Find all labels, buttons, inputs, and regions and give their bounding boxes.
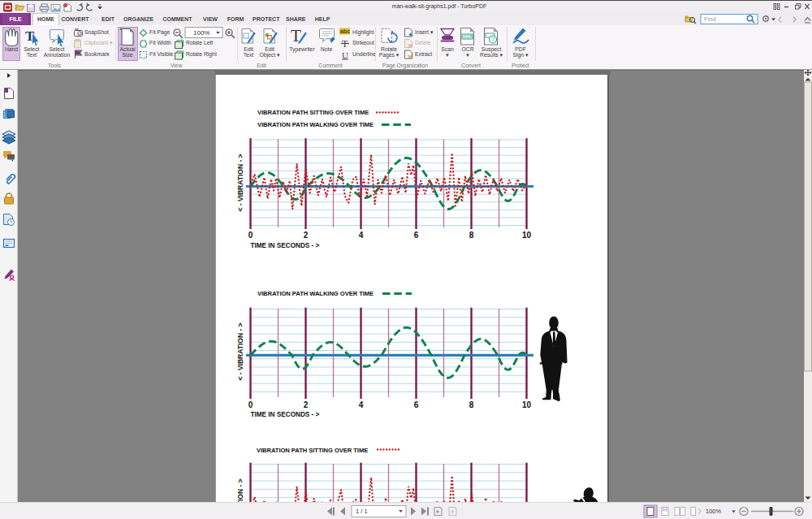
svg-text:OCR: OCR (463, 34, 473, 39)
svg-text:100%: 100% (706, 508, 722, 515)
svg-text:abc: abc (340, 28, 350, 34)
svg-text:1 / 1: 1 / 1 (356, 508, 368, 515)
svg-text:100%: 100% (193, 29, 209, 37)
svg-text:Find: Find (704, 15, 716, 23)
svg-text:?: ? (491, 37, 495, 42)
